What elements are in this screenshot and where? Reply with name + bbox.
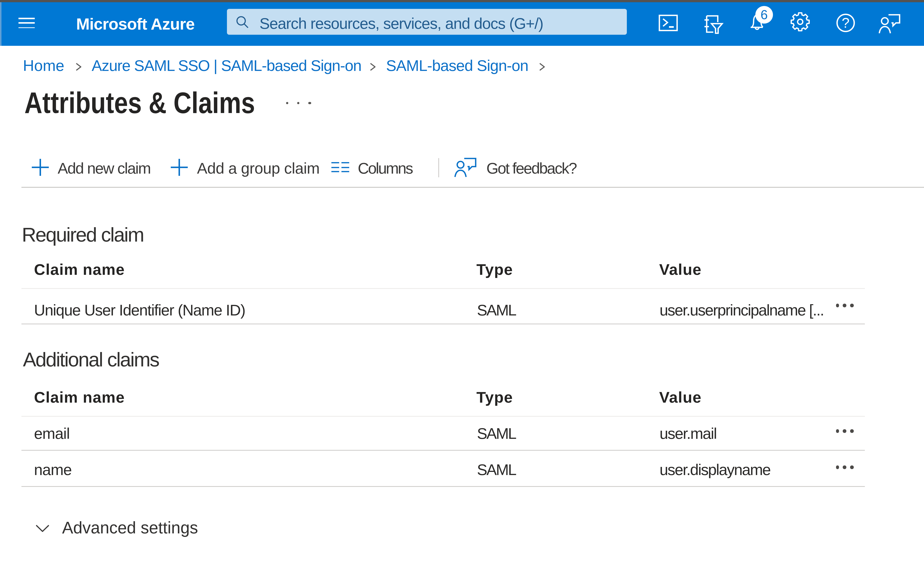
svg-text:6: 6: [761, 8, 768, 22]
svg-text:?: ?: [842, 15, 850, 31]
